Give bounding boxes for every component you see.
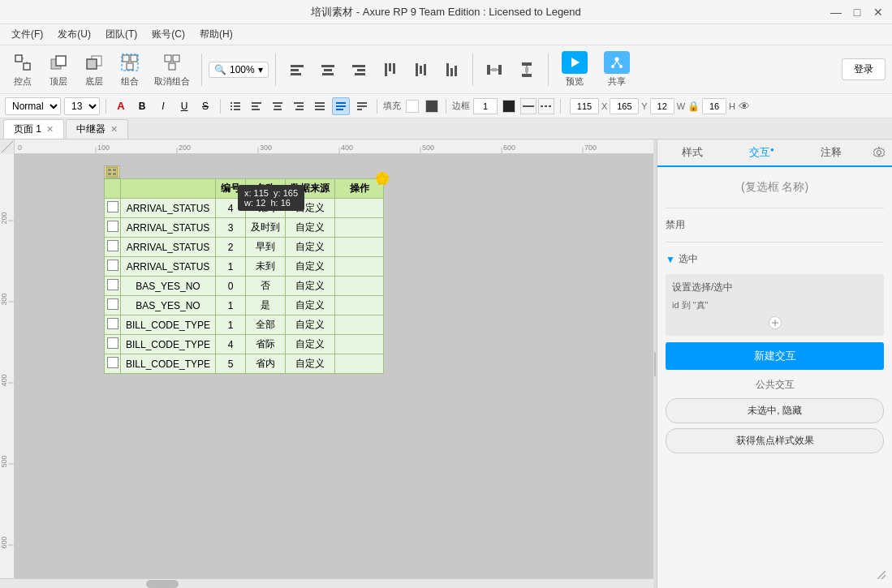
ruler-h: 0 100 200 300 400 500 600 700: [15, 139, 653, 153]
italic-btn[interactable]: I: [154, 97, 172, 115]
cell-checkbox-8[interactable]: [105, 354, 121, 374]
maximize-btn[interactable]: □: [850, 5, 864, 19]
cell-id-6: BILL_CODE_TYPE: [121, 315, 216, 335]
toolbar-share[interactable]: 共享: [597, 49, 636, 89]
svg-rect-5: [56, 56, 66, 66]
align-center-text-btn[interactable]: [269, 97, 287, 115]
strikethrough-btn[interactable]: S: [196, 97, 214, 115]
panel-tab-note[interactable]: 注释: [796, 139, 866, 165]
align-right-icon: [347, 58, 370, 81]
toolbar-align-bottom[interactable]: [437, 57, 466, 83]
cell-code-8: 5: [216, 354, 246, 374]
cell-checkbox-6[interactable]: [105, 315, 121, 335]
checkbox-2[interactable]: [107, 240, 119, 251]
x-value[interactable]: 115: [570, 98, 599, 114]
fill-color-swatch[interactable]: [406, 100, 419, 113]
table-row: BAS_YES_NO 1 是 自定义: [105, 296, 384, 315]
fill-dark-swatch[interactable]: [425, 100, 438, 113]
cell-checkbox-3[interactable]: [105, 257, 121, 277]
border-width-input[interactable]: 1: [473, 98, 498, 114]
toolbar-align-center[interactable]: [313, 57, 343, 83]
interaction-item[interactable]: 设置选择/选中 id 到 "真": [666, 274, 884, 336]
toolbar-spacing-v[interactable]: [512, 57, 541, 83]
cell-checkbox-5[interactable]: [105, 296, 121, 315]
list-btn[interactable]: [226, 97, 244, 115]
widget-handle[interactable]: [104, 165, 120, 178]
close-btn[interactable]: ✕: [871, 5, 886, 19]
border-dashed-btn[interactable]: [538, 98, 554, 114]
widget-container[interactable]: x: 115 y: 165 w: 12 h: 16: [104, 178, 384, 374]
align-left-text-btn[interactable]: [248, 97, 265, 115]
cell-checkbox-0[interactable]: [105, 199, 121, 218]
checkbox-1[interactable]: [107, 221, 119, 232]
toolbar-spacing-h[interactable]: [480, 57, 509, 83]
window-controls[interactable]: — □ ✕: [829, 5, 886, 19]
panel-settings-icon[interactable]: [866, 139, 892, 165]
scrollbar-h[interactable]: [0, 578, 653, 588]
align-right-text-btn[interactable]: [290, 97, 308, 115]
toolbar-align-middle[interactable]: [406, 57, 435, 83]
toolbar-top-layer[interactable]: 顶层: [42, 49, 75, 89]
w-value[interactable]: 12: [650, 98, 674, 114]
canvas-content[interactable]: x: 115 y: 165 w: 12 h: 16: [15, 154, 653, 578]
cell-checkbox-7[interactable]: [105, 335, 121, 354]
minimize-btn[interactable]: —: [829, 5, 843, 19]
style-select[interactable]: Normal: [5, 97, 61, 115]
checkbox-8[interactable]: [107, 357, 119, 368]
menu-team[interactable]: 团队(T): [99, 26, 144, 43]
new-interaction-btn[interactable]: 新建交互: [666, 342, 884, 370]
checkbox-4[interactable]: [107, 279, 119, 290]
underline-btn[interactable]: U: [175, 97, 193, 115]
checkbox-0[interactable]: [107, 201, 119, 212]
tab-repeater[interactable]: 中继器 ✕: [66, 119, 128, 139]
more-align-btn[interactable]: [353, 97, 371, 115]
menu-publish[interactable]: 发布(U): [51, 26, 97, 43]
window-title: 培训素材 - Axure RP 9 Team Edition : License…: [311, 5, 581, 19]
cell-checkbox-1[interactable]: [105, 218, 121, 238]
toolbar-align-top[interactable]: [375, 57, 404, 83]
public-btn-focus[interactable]: 获得焦点样式效果: [666, 428, 884, 453]
tab-page1-close[interactable]: ✕: [46, 124, 54, 135]
svg-rect-25: [389, 63, 391, 71]
panel-tab-interact[interactable]: 交互●: [727, 139, 797, 167]
col-checkbox: [105, 179, 121, 199]
menu-account[interactable]: 账号(C): [145, 26, 192, 43]
toolbar-group[interactable]: 组合: [114, 49, 146, 89]
toolbar-ungroup[interactable]: 取消组合: [149, 49, 195, 89]
bold-btn[interactable]: B: [133, 97, 151, 115]
checkbox-6[interactable]: [107, 318, 119, 329]
tab-repeater-close[interactable]: ✕: [110, 124, 118, 135]
menu-help[interactable]: 帮助(H): [193, 26, 239, 43]
checkbox-3[interactable]: [107, 260, 119, 271]
toolbar-bottom-layer[interactable]: 底层: [78, 49, 110, 89]
border-solid-btn[interactable]: [520, 98, 536, 114]
toolbar-preview[interactable]: 预览: [555, 49, 594, 89]
selected-section-header[interactable]: ▼ 选中: [666, 249, 884, 269]
login-button[interactable]: 登录: [842, 58, 886, 80]
cell-checkbox-4[interactable]: [105, 277, 121, 296]
border-color-swatch[interactable]: [502, 100, 515, 113]
add-condition-btn[interactable]: [769, 316, 782, 329]
checkbox-7[interactable]: [107, 337, 119, 349]
svg-rect-56: [252, 105, 258, 107]
h-value[interactable]: 16: [702, 98, 726, 114]
zoom-control[interactable]: 🔍 100% ▾: [209, 62, 269, 78]
panel-tab-style[interactable]: 样式: [657, 139, 727, 165]
menu-file[interactable]: 文件(F): [5, 26, 50, 43]
toolbar-control-point[interactable]: 控点: [6, 49, 39, 89]
cell-checkbox-2[interactable]: [105, 238, 121, 257]
text-color-btn[interactable]: A: [112, 97, 130, 115]
scroll-thumb-h[interactable]: [146, 580, 179, 588]
public-btn-unselect[interactable]: 未选中, 隐藏: [666, 398, 884, 423]
font-size-select[interactable]: 13: [64, 97, 100, 115]
visibility-icon[interactable]: 👁: [739, 100, 750, 113]
align-fill-btn[interactable]: [332, 97, 350, 115]
align-justify-text-btn[interactable]: [311, 97, 329, 115]
toolbar-align-right[interactable]: [344, 57, 373, 83]
toolbar-align-left[interactable]: [282, 57, 312, 83]
add-condition-area[interactable]: [672, 316, 877, 329]
checkbox-5[interactable]: [107, 298, 119, 310]
tab-page1[interactable]: 页面 1 ✕: [3, 119, 64, 139]
resize-icon[interactable]: [876, 569, 886, 582]
y-value[interactable]: 165: [610, 98, 639, 114]
